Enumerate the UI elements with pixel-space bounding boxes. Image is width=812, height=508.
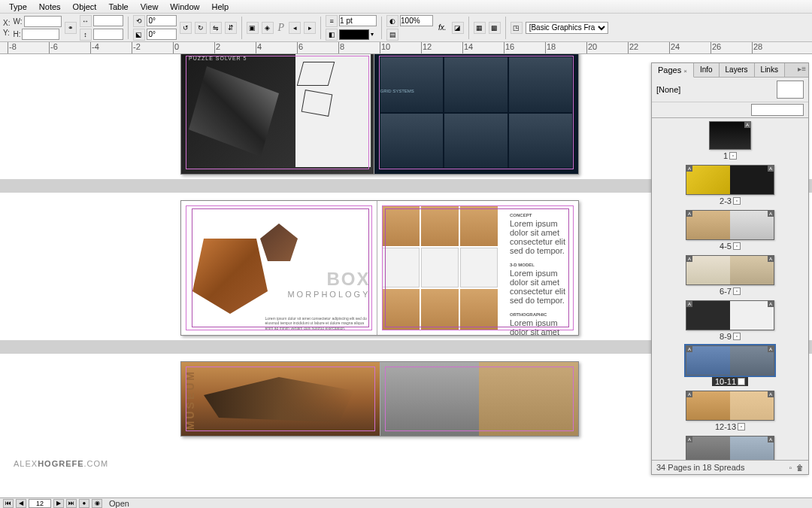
- page-left[interactable]: MUSEUM: [181, 362, 380, 436]
- menu-notes[interactable]: Notes: [33, 1, 67, 13]
- pages-panel[interactable]: ▸≡ Pages× Info Layers Links [None] A1▫AA…: [651, 62, 809, 475]
- page-right[interactable]: CONCEPTLorem ipsum dolor sit amet consec…: [377, 201, 579, 335]
- horizontal-ruler[interactable]: -8-6-4-20246810121416182022242628: [0, 42, 812, 54]
- flip-v-icon[interactable]: ⇵: [225, 22, 237, 34]
- page-thumb[interactable]: A: [686, 256, 730, 284]
- scale-x-input[interactable]: [93, 15, 123, 26]
- page-thumb[interactable]: A: [686, 301, 730, 330]
- shear-icon[interactable]: ⬕: [133, 29, 145, 41]
- page-thumb[interactable]: A: [710, 122, 750, 149]
- first-page-icon[interactable]: ⏮: [3, 499, 14, 508]
- page-thumb[interactable]: A: [686, 391, 730, 420]
- page-thumb[interactable]: A: [686, 211, 730, 239]
- page-thumb[interactable]: A: [730, 437, 774, 460]
- rotate-icon[interactable]: ⟲: [133, 15, 145, 27]
- page-left[interactable]: BOX MORPHOLOGY Lorem ipsum dolor sit ame…: [181, 201, 377, 335]
- blend-icon[interactable]: ▤: [386, 29, 398, 41]
- spread-options-icon[interactable]: ▫: [729, 152, 737, 160]
- errors-icon[interactable]: ◉: [92, 499, 102, 508]
- page-thumb[interactable]: A: [686, 346, 730, 375]
- rotate-cw-icon[interactable]: ↻: [195, 22, 207, 34]
- page-thumb-spread[interactable]: AA: [686, 165, 774, 195]
- master-row-2[interactable]: [652, 102, 808, 118]
- drop-shadow-icon[interactable]: ◪: [452, 22, 464, 34]
- page-thumb-spread[interactable]: A: [709, 121, 751, 150]
- text-wrap-none-icon[interactable]: ▦: [474, 22, 486, 34]
- page-number-input[interactable]: [29, 499, 51, 508]
- page-thumb-row[interactable]: AA8-9▫: [652, 300, 808, 341]
- flip-h-icon[interactable]: ⇋: [210, 22, 222, 34]
- prev-page-icon[interactable]: ◀: [16, 499, 26, 508]
- page-thumb[interactable]: A: [730, 211, 774, 239]
- page-thumb-row[interactable]: AA12-13▫: [652, 391, 808, 431]
- page-thumb-row[interactable]: AA2-3▫: [652, 165, 808, 205]
- page-thumb[interactable]: A: [686, 166, 730, 194]
- menu-table[interactable]: Table: [102, 1, 134, 13]
- spread-options-icon[interactable]: ▫: [733, 242, 741, 250]
- master-thumb[interactable]: [777, 81, 804, 99]
- page-thumb-spread[interactable]: AA: [686, 436, 774, 460]
- object-style-select[interactable]: [Basic Graphics Frame]: [526, 22, 608, 34]
- fill-icon[interactable]: ◧: [326, 29, 338, 41]
- select-container-icon[interactable]: ▣: [247, 22, 259, 34]
- spread-2[interactable]: BOX MORPHOLOGY Lorem ipsum dolor sit ame…: [180, 200, 579, 336]
- scale-x-icon[interactable]: ↔: [80, 15, 92, 27]
- menu-window[interactable]: Window: [164, 1, 205, 13]
- next-page-icon[interactable]: ▶: [53, 499, 64, 508]
- page-thumb-spread[interactable]: AA: [686, 255, 774, 285]
- opacity-icon[interactable]: ◐: [386, 15, 398, 27]
- menu-object[interactable]: Object: [67, 1, 103, 13]
- select-prev-icon[interactable]: ◂: [289, 22, 301, 34]
- spread-options-icon[interactable]: ▫: [733, 333, 741, 340]
- tab-pages[interactable]: Pages×: [652, 63, 694, 78]
- delete-page-icon[interactable]: 🗑: [796, 464, 804, 472]
- page-thumb-spread[interactable]: AA: [686, 345, 774, 376]
- spread-options-icon[interactable]: ▫: [733, 197, 741, 205]
- master-row[interactable]: [None]: [652, 78, 808, 102]
- spread-options-icon[interactable]: ▫: [738, 423, 745, 430]
- spread-1[interactable]: PUZZLE SOLVER 5 GRID SYSTEMS: [180, 54, 579, 175]
- page-thumb[interactable]: A: [730, 301, 774, 330]
- shear-input[interactable]: [147, 29, 177, 40]
- tab-layers[interactable]: Layers: [720, 63, 755, 77]
- stroke-style-select[interactable]: [339, 29, 369, 40]
- page-thumb[interactable]: A: [730, 166, 774, 194]
- page-thumb[interactable]: A: [686, 437, 730, 460]
- height-input[interactable]: [22, 29, 59, 40]
- spread-3[interactable]: MUSEUM: [180, 361, 579, 437]
- panel-menu-icon[interactable]: ▸≡: [798, 65, 806, 73]
- width-input[interactable]: [24, 16, 62, 27]
- select-content-icon[interactable]: ◈: [262, 22, 274, 34]
- page-thumb-spread[interactable]: AA: [686, 391, 774, 421]
- master-spread-thumb[interactable]: [751, 104, 804, 116]
- menu-help[interactable]: Help: [205, 1, 235, 13]
- page-right[interactable]: GRID SYSTEMS: [374, 54, 579, 174]
- page-left[interactable]: PUZZLE SOLVER 5: [181, 54, 374, 174]
- menu-view[interactable]: View: [135, 1, 165, 13]
- page-thumb-row[interactable]: AA14-15▫: [652, 436, 808, 460]
- preflight-icon[interactable]: ●: [79, 499, 89, 508]
- page-thumb-row[interactable]: AA4-5▫: [652, 210, 808, 251]
- rotate-input[interactable]: [147, 15, 177, 26]
- effects-icon[interactable]: fx.: [438, 23, 447, 32]
- page-thumb-row[interactable]: AA10-11▫: [652, 345, 808, 386]
- page-thumb-row[interactable]: A1▫: [652, 121, 808, 160]
- page-thumb[interactable]: A: [730, 391, 774, 420]
- last-page-icon[interactable]: ⏭: [66, 499, 77, 508]
- spread-options-icon[interactable]: ▫: [733, 287, 741, 295]
- page-thumb[interactable]: A: [730, 346, 774, 375]
- new-page-icon[interactable]: ▫: [789, 464, 792, 472]
- scale-y-icon[interactable]: ↕: [80, 29, 92, 41]
- page-right[interactable]: [380, 362, 579, 436]
- page-thumb-spread[interactable]: AA: [686, 210, 774, 240]
- scale-y-input[interactable]: [93, 29, 123, 40]
- page-thumb-row[interactable]: AA6-7▫: [652, 255, 808, 296]
- select-next-icon[interactable]: ▸: [304, 22, 316, 34]
- page-thumbnails[interactable]: A1▫AA2-3▫AA4-5▫AA6-7▫AA8-9▫AA10-11▫AA12-…: [652, 118, 808, 460]
- tab-info[interactable]: Info: [694, 63, 720, 77]
- spread-options-icon[interactable]: ▫: [738, 378, 745, 385]
- rotate-ccw-icon[interactable]: ↺: [180, 22, 192, 34]
- opacity-input[interactable]: [400, 15, 433, 26]
- link-wh-icon[interactable]: ⚭: [65, 22, 77, 34]
- paragraph-style-icon[interactable]: P: [278, 22, 285, 34]
